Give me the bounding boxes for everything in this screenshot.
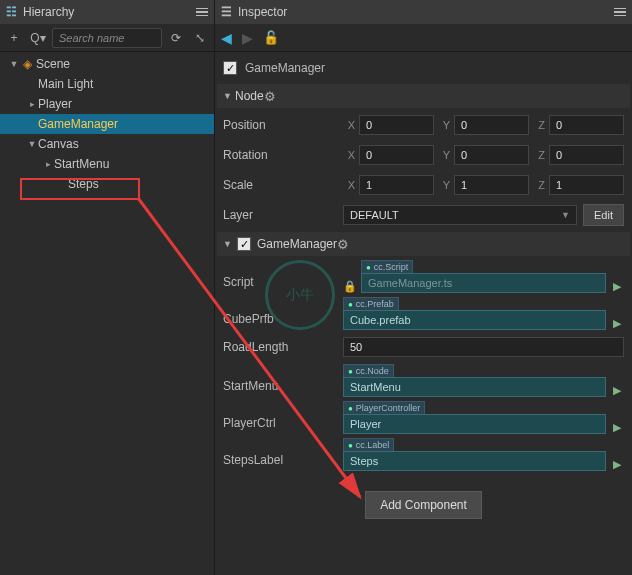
tree-node-scene[interactable]: ▼◈Scene — [0, 54, 214, 74]
playerctrl-row: PlayerCtrl ●PlayerController Player ▶ — [217, 399, 630, 436]
hierarchy-header: ☷ Hierarchy — [0, 0, 214, 24]
hierarchy-icon: ☷ — [6, 5, 17, 19]
scale-z-input[interactable]: 1 — [549, 175, 624, 195]
roadlength-input[interactable]: 50 — [343, 337, 624, 357]
cubeprfb-row: CubePrfb ●cc.Prefab Cube.prefab ▶ — [217, 295, 630, 332]
playerctrl-field[interactable]: Player — [343, 414, 606, 434]
lock-icon[interactable]: 🔓 — [263, 30, 279, 45]
rotation-z-input[interactable]: 0 — [549, 145, 624, 165]
startmenu-field[interactable]: StartMenu — [343, 377, 606, 397]
position-row: Position X0 Y0 Z0 — [217, 110, 630, 140]
hierarchy-menu-icon[interactable] — [192, 8, 208, 17]
tree-node-game-manager[interactable]: GameManager — [0, 114, 214, 134]
play-icon[interactable]: ▶ — [610, 280, 624, 293]
tree-node-main-light[interactable]: Main Light — [0, 74, 214, 94]
gear-icon[interactable]: ⚙ — [337, 237, 349, 252]
rotation-y-input[interactable]: 0 — [454, 145, 529, 165]
inspector-menu-icon[interactable] — [610, 8, 626, 17]
play-icon[interactable]: ▶ — [610, 317, 624, 330]
script-row: Script 🔒 ●cc.Script GameManager.ts ▶ — [217, 258, 630, 295]
object-enabled-checkbox[interactable]: ✓ — [223, 61, 237, 75]
gear-icon[interactable]: ⚙ — [264, 89, 276, 104]
search-input[interactable]: Search name — [52, 28, 162, 48]
rotation-x-input[interactable]: 0 — [359, 145, 434, 165]
roadlength-row: RoadLength 50 — [217, 332, 630, 362]
startmenu-row: StartMenu ●cc.Node StartMenu ▶ — [217, 362, 630, 399]
component-enabled-checkbox[interactable]: ✓ — [237, 237, 251, 251]
collapse-button[interactable]: ⤡ — [190, 28, 210, 48]
hierarchy-tree: ▼◈Scene Main Light ▸Player GameManager ▼… — [0, 52, 214, 196]
scale-row: Scale X1 Y1 Z1 — [217, 170, 630, 200]
play-icon[interactable]: ▶ — [610, 384, 624, 397]
stepslabel-field[interactable]: Steps — [343, 451, 606, 471]
inspector-icon: ☰ — [221, 5, 232, 19]
play-icon[interactable]: ▶ — [610, 458, 624, 471]
lock-icon: 🔒 — [343, 280, 357, 293]
tree-node-start-menu[interactable]: ▸StartMenu — [0, 154, 214, 174]
search-mode-button[interactable]: Q▾ — [28, 28, 48, 48]
hierarchy-title: Hierarchy — [23, 5, 192, 19]
layer-row: Layer DEFAULT▼ Edit — [217, 200, 630, 230]
layer-select[interactable]: DEFAULT▼ — [343, 205, 577, 225]
tree-node-canvas[interactable]: ▼Canvas — [0, 134, 214, 154]
tree-node-player[interactable]: ▸Player — [0, 94, 214, 114]
component-header[interactable]: ▼ ✓ GameManager ⚙ — [217, 232, 630, 256]
object-name: GameManager — [245, 61, 325, 75]
script-field[interactable]: GameManager.ts — [361, 273, 606, 293]
play-icon[interactable]: ▶ — [610, 421, 624, 434]
inspector-header: ☰ Inspector — [215, 0, 632, 24]
object-name-row: ✓ GameManager — [217, 54, 630, 82]
stepslabel-row: StepsLabel ●cc.Label Steps ▶ — [217, 436, 630, 473]
position-y-input[interactable]: 0 — [454, 115, 529, 135]
rotation-row: Rotation X0 Y0 Z0 — [217, 140, 630, 170]
hierarchy-toolbar: + Q▾ Search name ⟳ ⤡ — [0, 24, 214, 52]
node-section-header[interactable]: ▼ Node ⚙ — [217, 84, 630, 108]
layer-edit-button[interactable]: Edit — [583, 204, 624, 226]
position-z-input[interactable]: 0 — [549, 115, 624, 135]
nav-forward-icon[interactable]: ▶ — [242, 30, 253, 46]
position-x-input[interactable]: 0 — [359, 115, 434, 135]
scale-x-input[interactable]: 1 — [359, 175, 434, 195]
add-node-button[interactable]: + — [4, 28, 24, 48]
add-component-button[interactable]: Add Component — [365, 491, 482, 519]
inspector-title: Inspector — [238, 5, 610, 19]
nav-back-icon[interactable]: ◀ — [221, 30, 232, 46]
refresh-button[interactable]: ⟳ — [166, 28, 186, 48]
inspector-nav: ◀ ▶ 🔓 — [215, 24, 632, 52]
scale-y-input[interactable]: 1 — [454, 175, 529, 195]
cubeprfb-field[interactable]: Cube.prefab — [343, 310, 606, 330]
tree-node-steps[interactable]: Steps — [0, 174, 214, 194]
